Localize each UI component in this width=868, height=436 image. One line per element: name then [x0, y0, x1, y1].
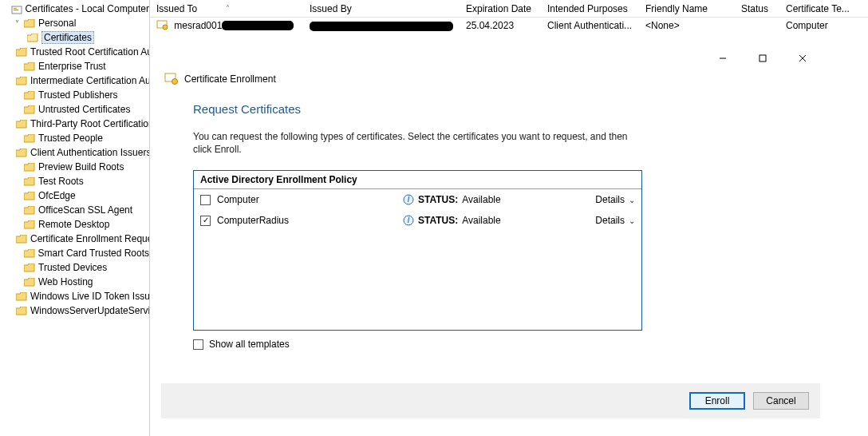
tree-item-label: Web Hosting	[38, 276, 93, 287]
cert-enroll-icon	[164, 73, 179, 85]
folder-icon	[16, 307, 27, 315]
certificate-tree: Certificates - Local Computer ˅ Personal…	[0, 0, 150, 436]
tree-item[interactable]: Trusted Root Certification Au	[0, 45, 149, 59]
template-details[interactable]: Details⌄	[595, 215, 635, 226]
template-checkbox[interactable]	[200, 195, 211, 205]
folder-icon	[24, 62, 35, 71]
certificate-icon	[156, 20, 169, 31]
tree-item[interactable]: Smart Card Trusted Roots	[0, 246, 149, 260]
minimize-button[interactable]	[712, 50, 734, 67]
tree-item[interactable]: Trusted Devices	[0, 260, 149, 275]
tree-item[interactable]: OfficeScan SSL Agent	[0, 203, 149, 217]
dialog-instructions: You can request the following types of c…	[193, 130, 640, 156]
folder-icon	[24, 163, 35, 172]
redaction-bar	[310, 22, 453, 31]
column-purposes[interactable]: Intended Purposes	[541, 3, 639, 14]
cert-purposes: Client Authenticati...	[541, 20, 639, 31]
tree-item-label: Test Roots	[38, 176, 84, 187]
show-all-checkbox[interactable]	[193, 339, 203, 350]
folder-icon	[24, 19, 35, 28]
enrollment-dialog: Certificate Enrollment Request Certifica…	[161, 46, 820, 418]
tree-item-label: Trusted Devices	[38, 262, 107, 273]
dialog-titlebar	[161, 46, 820, 70]
details-label: Details	[595, 194, 625, 205]
redaction-bar	[222, 21, 294, 30]
folder-icon	[24, 220, 35, 229]
tree-item-label: Certificate Enrollment Reques	[30, 233, 150, 244]
tree-item[interactable]: Certificate Enrollment Reques	[0, 232, 149, 246]
maximize-button[interactable]	[752, 50, 774, 67]
tree-item[interactable]: Windows Live ID Token Issuer	[0, 289, 149, 303]
tree-certificates[interactable]: Certificates	[0, 30, 149, 45]
template-row[interactable]: ComputeriSTATUS:AvailableDetails⌄	[194, 189, 641, 210]
tree-root-label: Certificates - Local Computer	[26, 3, 149, 14]
template-row[interactable]: ComputerRadiusiSTATUS:AvailableDetails⌄	[194, 210, 641, 231]
svg-rect-2	[14, 10, 18, 10]
cert-expiration: 25.04.2023	[460, 20, 541, 31]
folder-icon	[24, 177, 35, 186]
folder-icon	[24, 105, 35, 114]
column-issued-by[interactable]: Issued By	[303, 3, 460, 14]
tree-item[interactable]: Third-Party Root Certification	[0, 117, 149, 131]
column-status[interactable]: Status	[735, 3, 779, 14]
tree-item-label: OfficeScan SSL Agent	[38, 204, 132, 216]
tree-item-label: Third-Party Root Certification	[30, 118, 150, 129]
svg-text:i: i	[408, 215, 410, 225]
folder-icon	[24, 134, 35, 143]
tree-item[interactable]: OfcEdge	[0, 188, 149, 203]
show-all-label: Show all templates	[209, 339, 290, 350]
cert-friendly: <None>	[639, 20, 735, 31]
tree-item-label: Untrusted Certificates	[38, 104, 130, 115]
certificate-row[interactable]: mesrad001 25.04.2023 Client Authenticati…	[150, 18, 868, 34]
twisty-open-icon[interactable]: ˅	[13, 19, 21, 28]
tree-item[interactable]: Test Roots	[0, 174, 149, 188]
show-all-templates[interactable]: Show all templates	[193, 339, 820, 350]
column-issued-to[interactable]: Issued To	[150, 3, 303, 14]
dialog-header: Certificate Enrollment	[161, 70, 820, 88]
enroll-button[interactable]: Enroll	[689, 392, 745, 410]
tree-personal-label: Personal	[38, 18, 76, 29]
folder-icon	[16, 120, 27, 129]
svg-rect-6	[760, 55, 766, 61]
template-status-label: STATUS:	[418, 215, 458, 226]
tree-item[interactable]: WindowsServerUpdateService	[0, 303, 149, 318]
tree-item[interactable]: Trusted Publishers	[0, 88, 149, 102]
folder-icon	[24, 91, 35, 100]
template-status-label: STATUS:	[418, 194, 458, 205]
folder-open-icon	[27, 34, 38, 42]
tree-item-label: Smart Card Trusted Roots	[38, 248, 149, 259]
close-button[interactable]	[791, 50, 814, 67]
tree-item-label: Trusted Publishers	[38, 89, 118, 101]
chevron-down-icon: ⌄	[629, 216, 635, 225]
folder-icon	[24, 264, 35, 272]
tree-item-label: Windows Live ID Token Issuer	[30, 291, 150, 302]
cert-template: Computer	[779, 20, 868, 31]
tree-item[interactable]: Client Authentication Issuers	[0, 145, 149, 160]
column-expiration[interactable]: Expiration Date	[460, 3, 541, 14]
column-template[interactable]: Certificate Te...	[779, 3, 868, 14]
tree-item-label: Remote Desktop	[38, 219, 109, 230]
tree-item-label: WindowsServerUpdateService	[30, 305, 150, 316]
tree-item[interactable]: Remote Desktop	[0, 217, 149, 232]
folder-icon	[16, 77, 27, 85]
tree-item[interactable]: Web Hosting	[0, 275, 149, 289]
tree-item[interactable]: Preview Build Roots	[0, 160, 149, 174]
column-friendly[interactable]: Friendly Name	[639, 3, 735, 14]
folder-icon	[16, 149, 27, 157]
tree-item-label: Trusted Root Certification Au	[30, 46, 150, 57]
tree-item[interactable]: Enterprise Trust	[0, 59, 149, 73]
tree-item[interactable]: Trusted People	[0, 131, 149, 145]
tree-item-label: Client Authentication Issuers	[30, 147, 150, 158]
tree-item-label: Intermediate Certification Au	[30, 75, 150, 86]
certmgr-icon	[11, 5, 22, 14]
template-checkbox[interactable]	[200, 216, 211, 226]
tree-root[interactable]: Certificates - Local Computer	[0, 2, 149, 16]
tree-personal[interactable]: ˅ Personal	[0, 16, 149, 30]
tree-item[interactable]: Untrusted Certificates	[0, 102, 149, 117]
info-icon: i	[403, 215, 414, 226]
tree-item[interactable]: Intermediate Certification Au	[0, 73, 149, 88]
cancel-button[interactable]: Cancel	[753, 392, 809, 410]
template-details[interactable]: Details⌄	[595, 194, 635, 205]
dialog-title: Request Certificates	[193, 102, 820, 116]
policy-box: Active Directory Enrollment Policy Compu…	[193, 170, 642, 331]
